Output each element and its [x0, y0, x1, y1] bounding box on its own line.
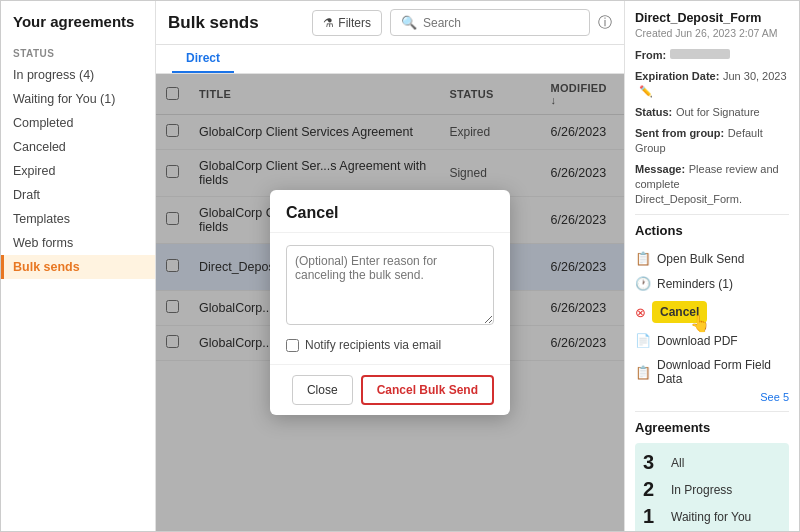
- cancel-reason-textarea[interactable]: [286, 245, 494, 325]
- sidebar-item-canceled[interactable]: Canceled: [1, 135, 155, 159]
- sidebar-item-draft[interactable]: Draft: [1, 183, 155, 207]
- modal-title: Cancel: [270, 190, 510, 233]
- filter-icon: ⚗: [323, 16, 334, 30]
- agreements-label-waiting: Waiting for You: [671, 510, 751, 524]
- edit-expiration-icon[interactable]: ✏️: [639, 85, 653, 97]
- agreements-box: 3 All 2 In Progress 1 Waiting for You: [635, 443, 789, 531]
- cancel-bulk-send-button[interactable]: Cancel Bulk Send: [361, 375, 494, 405]
- panel-from: From:: [635, 47, 789, 62]
- cancel-icon: ⊗: [635, 305, 646, 320]
- sidebar-item-waiting[interactable]: Waiting for You (1): [1, 87, 155, 111]
- panel-divider-2: [635, 411, 789, 412]
- top-bar: Bulk sends ⚗ Filters 🔍 ⓘ: [156, 1, 624, 45]
- actions-title: Actions: [635, 223, 789, 238]
- action-cancel[interactable]: ⊗ Cancel 👆: [635, 296, 789, 328]
- action-label-download-pdf: Download PDF: [657, 334, 738, 348]
- action-download-pdf[interactable]: 📄 Download PDF: [635, 328, 789, 353]
- action-label-reminders: Reminders (1): [657, 277, 733, 291]
- see-more-link[interactable]: See 5: [635, 391, 789, 403]
- cancel-modal: Cancel Notify recipients via email Close…: [270, 190, 510, 415]
- notify-label: Notify recipients via email: [305, 338, 441, 352]
- agreements-row-in-progress: 2 In Progress: [643, 478, 781, 501]
- panel-message: Message: Please review and complete Dire…: [635, 161, 789, 206]
- sidebar-section-label: STATUS: [1, 40, 155, 63]
- action-label-download-form: Download Form Field Data: [657, 358, 789, 386]
- panel-status: Status: Out for Signature: [635, 104, 789, 119]
- close-button[interactable]: Close: [292, 375, 353, 405]
- notify-checkbox[interactable]: [286, 339, 299, 352]
- agreements-title: Agreements: [635, 420, 789, 435]
- panel-expiration: Expiration Date: Jun 30, 2023 ✏️: [635, 68, 789, 98]
- message-label: Message:: [635, 163, 685, 175]
- reminders-icon: 🕐: [635, 276, 651, 291]
- panel-created: Created Jun 26, 2023 2:07 AM: [635, 27, 789, 39]
- app-title: Your agreements: [1, 13, 155, 40]
- agreements-num-all: 3: [643, 451, 663, 474]
- search-input[interactable]: [423, 16, 579, 30]
- notify-checkbox-row: Notify recipients via email: [286, 338, 494, 352]
- main-content: Bulk sends ⚗ Filters 🔍 ⓘ Direct TITLE: [156, 1, 624, 531]
- agreements-num-waiting: 1: [643, 505, 663, 528]
- filter-label: Filters: [338, 16, 371, 30]
- sidebar-item-expired[interactable]: Expired: [1, 159, 155, 183]
- filter-button[interactable]: ⚗ Filters: [312, 10, 382, 36]
- search-box: 🔍: [390, 9, 590, 36]
- action-open-bulk-send[interactable]: 📋 Open Bulk Send: [635, 246, 789, 271]
- open-bulk-send-icon: 📋: [635, 251, 651, 266]
- search-icon: 🔍: [401, 15, 417, 30]
- agreements-num-in-progress: 2: [643, 478, 663, 501]
- status-label: Status:: [635, 106, 672, 118]
- download-pdf-icon: 📄: [635, 333, 651, 348]
- download-form-icon: 📋: [635, 365, 651, 380]
- group-label: Sent from group:: [635, 127, 724, 139]
- from-value: [670, 49, 730, 59]
- action-download-form[interactable]: 📋 Download Form Field Data: [635, 353, 789, 391]
- expiration-label: Expiration Date:: [635, 70, 719, 82]
- sidebar-item-completed[interactable]: Completed: [1, 111, 155, 135]
- info-icon[interactable]: ⓘ: [598, 14, 612, 32]
- tabs-row: Direct: [156, 45, 624, 74]
- tab-direct[interactable]: Direct: [172, 45, 234, 73]
- status-value: Out for Signature: [676, 106, 760, 118]
- modal-footer: Close Cancel Bulk Send: [270, 364, 510, 415]
- panel-divider-1: [635, 214, 789, 215]
- expiration-value: Jun 30, 2023: [723, 70, 787, 82]
- agreements-label-all: All: [671, 456, 684, 470]
- modal-overlay: Cancel Notify recipients via email Close…: [156, 74, 624, 531]
- panel-group: Sent from group: Default Group: [635, 125, 789, 155]
- sidebar-item-in-progress[interactable]: In progress (4): [1, 63, 155, 87]
- app-container: Your agreements STATUS In progress (4) W…: [0, 0, 800, 532]
- sidebar-item-web-forms[interactable]: Web forms: [1, 231, 155, 255]
- sidebar-item-bulk-sends[interactable]: Bulk sends: [1, 255, 155, 279]
- table-container: TITLE STATUS MODIFIED ↓ GlobalCorp Clien…: [156, 74, 624, 531]
- right-panel: Direct_Deposit_Form Created Jun 26, 2023…: [624, 1, 799, 531]
- sidebar-item-templates[interactable]: Templates: [1, 207, 155, 231]
- agreements-row-all: 3 All: [643, 451, 781, 474]
- agreements-label-in-progress: In Progress: [671, 483, 732, 497]
- from-label: From:: [635, 49, 666, 61]
- agreements-row-waiting: 1 Waiting for You: [643, 505, 781, 528]
- sidebar: Your agreements STATUS In progress (4) W…: [1, 1, 156, 531]
- action-reminders[interactable]: 🕐 Reminders (1): [635, 271, 789, 296]
- agreements-section: Agreements 3 All 2 In Progress 1 Waiting…: [635, 420, 789, 531]
- cursor-hand: 👆: [690, 314, 710, 333]
- action-label-open: Open Bulk Send: [657, 252, 744, 266]
- panel-doc-title: Direct_Deposit_Form: [635, 11, 789, 25]
- section-title: Bulk sends: [168, 13, 304, 33]
- modal-body: Notify recipients via email: [270, 233, 510, 364]
